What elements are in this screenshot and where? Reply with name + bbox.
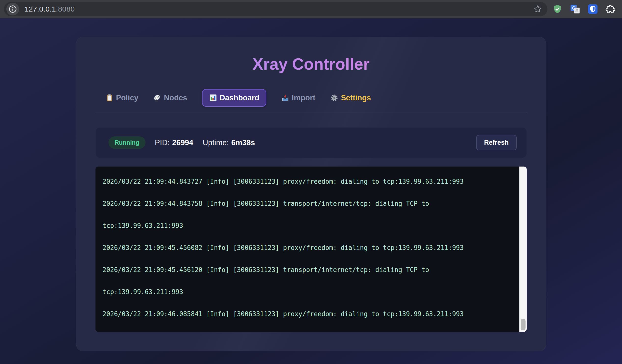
page-title: Xray Controller: [96, 55, 527, 73]
inbox-icon: [281, 94, 289, 102]
address-bar[interactable]: 127.0.0.1:8080: [4, 2, 547, 16]
pid-label: PID:: [155, 138, 170, 147]
tab-divider: [96, 113, 527, 113]
translate-extension-button[interactable]: G: [570, 4, 580, 14]
bookmark-button[interactable]: [533, 4, 543, 14]
tab-policy-label: Policy: [116, 93, 138, 102]
log-lines: 2026/03/22 21:09:44.843727 [Info] [30063…: [103, 166, 516, 332]
adguard-shield-icon: [553, 4, 562, 14]
bitwarden-extension-button[interactable]: [588, 4, 598, 14]
tab-bar: Policy Nodes: [96, 88, 527, 108]
bitwarden-shield-icon: [588, 4, 598, 14]
url-port[interactable]: :8080: [56, 5, 75, 13]
info-icon: [9, 5, 17, 13]
status-badge: Running: [109, 136, 146, 149]
satellite-icon: [153, 94, 161, 102]
tab-settings-label: Settings: [341, 93, 371, 102]
status-bar: Running PID: 26994 Uptime: 6m38s Refresh: [96, 127, 527, 158]
bookmark-star-icon: [533, 4, 543, 14]
gear-icon: [330, 94, 338, 102]
log-scrollbar-track[interactable]: [519, 166, 527, 332]
log-line: 2026/03/22 21:09:45.456120 [Info] [30063…: [103, 266, 516, 273]
uptime-label: Uptime:: [202, 138, 229, 147]
log-line: 2026/03/22 21:09:46.085841 [Info] [30063…: [103, 310, 516, 318]
extension-icons: G: [552, 4, 618, 14]
log-scrollbar-thumb[interactable]: [521, 319, 525, 330]
log-line: 2026/03/22 21:09:44.843758 [Info] [30063…: [103, 200, 516, 207]
site-info-button[interactable]: [6, 3, 19, 16]
tab-nodes-label: Nodes: [164, 93, 187, 102]
log-line: 2026/03/22 21:09:45.456082 [Info] [30063…: [103, 244, 516, 251]
log-line: 2026/03/22 21:09:44.843727 [Info] [30063…: [103, 178, 516, 185]
google-translate-icon: G: [570, 4, 580, 14]
browser-toolbar: 127.0.0.1:8080 G: [0, 0, 622, 18]
tab-settings[interactable]: Settings: [330, 93, 371, 102]
puzzle-extensions-icon: [605, 4, 615, 14]
tab-nodes[interactable]: Nodes: [153, 93, 187, 102]
app-card: Xray Controller Policy: [76, 37, 546, 351]
uptime-value: 6m38s: [231, 138, 255, 147]
log-line: tcp:139.99.63.211:993: [103, 288, 516, 296]
tab-policy[interactable]: Policy: [105, 93, 138, 102]
url-host[interactable]: 127.0.0.1: [24, 5, 56, 13]
pid-value: 26994: [172, 138, 193, 147]
tab-dashboard[interactable]: Dashboard: [202, 89, 266, 107]
adguard-extension-button[interactable]: [552, 4, 563, 14]
clipboard-icon: [105, 94, 114, 102]
tab-import[interactable]: Import: [281, 93, 315, 102]
refresh-button[interactable]: Refresh: [476, 135, 517, 150]
log-line: tcp:139.99.63.211:993: [103, 222, 516, 229]
tab-import-label: Import: [292, 93, 315, 102]
log-viewer[interactable]: 2026/03/22 21:09:44.843727 [Info] [30063…: [96, 166, 527, 332]
extensions-menu-button[interactable]: [605, 4, 616, 14]
tab-dashboard-label: Dashboard: [220, 93, 259, 102]
bar-chart-icon: [209, 94, 217, 102]
